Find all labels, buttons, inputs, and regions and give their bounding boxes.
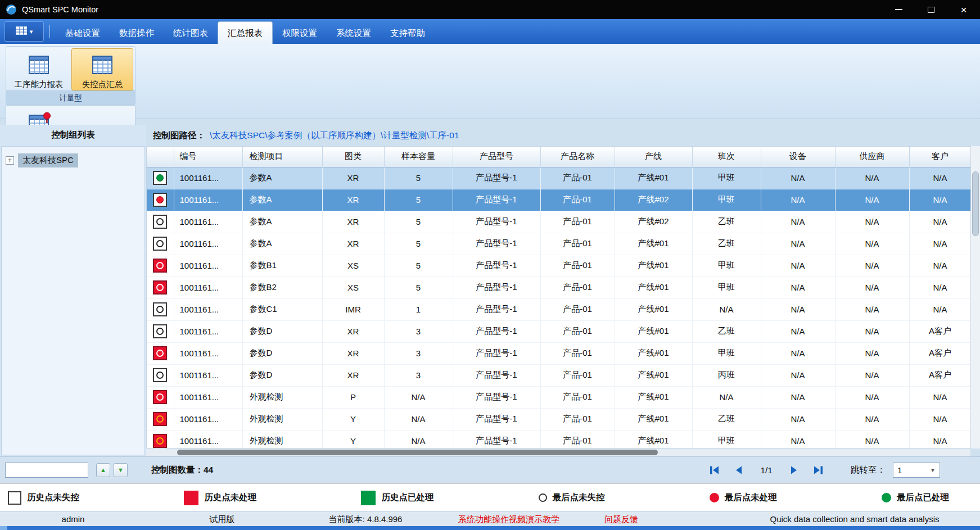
horizontal-scrollbar[interactable] <box>146 449 970 456</box>
col-header-班次[interactable]: 班次 <box>692 147 761 167</box>
cell: 产品-01 <box>540 386 615 408</box>
col-header-编号[interactable]: 编号 <box>174 147 242 167</box>
cell: N/A <box>835 408 909 430</box>
col-header-产线[interactable]: 产线 <box>615 147 692 167</box>
cell: 甲班 <box>692 277 761 298</box>
last-point-status-icon <box>156 174 164 182</box>
arrow-down-icon: ▼ <box>118 467 124 473</box>
table-row[interactable]: 1001161...参数B2XS5产品型号-1产品-01产线#01甲班N/AN/… <box>147 277 970 298</box>
history-status-icon <box>153 302 167 316</box>
tab-支持帮助[interactable]: 支持帮助 <box>381 22 435 44</box>
cell: 产品-01 <box>540 189 615 211</box>
menu-launcher-button[interactable]: ▾ <box>4 21 44 42</box>
cell: 参数A <box>242 167 322 189</box>
horizontal-scrollbar-thumb[interactable] <box>177 450 658 455</box>
table-row[interactable]: 1001161...参数B1XS5产品型号-1产品-01产线#01甲班N/AN/… <box>147 255 970 277</box>
jump-page-select[interactable]: 1 ▼ <box>893 463 940 478</box>
chevron-down-icon: ▼ <box>930 467 936 473</box>
filter-input[interactable] <box>5 463 88 478</box>
col-header-客户[interactable]: 客户 <box>909 147 970 167</box>
window-title: QSmart SPC Monitor <box>22 5 98 14</box>
move-up-button[interactable]: ▲ <box>96 463 110 477</box>
close-button[interactable]: × <box>947 0 980 19</box>
table-row[interactable]: 1001161...参数AXR5产品型号-1产品-01产线#01甲班N/AN/A… <box>147 167 970 189</box>
last-point-status-icon <box>156 196 164 203</box>
prev-page-button[interactable] <box>729 462 748 479</box>
expand-icon[interactable]: + <box>6 156 14 165</box>
cell: 产品-01 <box>540 211 615 233</box>
cell: N/A <box>835 430 909 449</box>
cell: N/A <box>761 342 835 364</box>
cell: 5 <box>384 167 453 189</box>
cell: N/A <box>761 320 835 342</box>
legend-item: 历史点未处理 <box>184 491 256 505</box>
last-point-status-icon <box>156 284 164 291</box>
chart-path-link[interactable]: \太友科技SPC\参考案例（以工序顺序构建）\计量型检测\工序-01 <box>210 130 459 142</box>
minimize-button[interactable] <box>882 0 915 19</box>
feedback-link[interactable]: 问题反馈 <box>604 514 638 525</box>
legend-label: 历史点未失控 <box>27 492 79 504</box>
bottom-strip <box>0 526 980 530</box>
table-row[interactable]: 1001161...参数DXR3产品型号-1产品-01产线#01乙班N/AN/A… <box>147 320 970 342</box>
cell: 产品型号-1 <box>453 277 540 298</box>
cell: 参数D <box>242 320 322 342</box>
ribbon-button-label: 失控点汇总 <box>82 79 123 90</box>
tab-统计图表[interactable]: 统计图表 <box>164 22 218 44</box>
cell: N/A <box>761 386 835 408</box>
col-header-产品型号[interactable]: 产品型号 <box>453 147 540 167</box>
table-row[interactable]: 1001161...外观检测YN/A产品型号-1产品-01产线#01甲班N/AN… <box>147 430 970 449</box>
cell: N/A <box>761 233 835 255</box>
last-page-button[interactable] <box>809 462 828 479</box>
table-row[interactable]: 1001161...参数C1IMR1产品型号-1产品-01产线#01N/AN/A… <box>147 298 970 320</box>
tab-系统设置[interactable]: 系统设置 <box>327 22 381 44</box>
cell: 产品-01 <box>540 277 615 298</box>
chart-path-label: 控制图路径： <box>153 130 205 142</box>
cell: 产品-01 <box>540 320 615 342</box>
col-header-产品名称[interactable]: 产品名称 <box>540 147 615 167</box>
col-header-设备[interactable]: 设备 <box>761 147 835 167</box>
cell: 产品-01 <box>540 167 615 189</box>
first-page-button[interactable] <box>705 462 724 479</box>
status-edition: 试用版 <box>210 514 235 525</box>
tree-node-root[interactable]: + 太友科技SPC <box>2 152 144 169</box>
col-header-供应商[interactable]: 供应商 <box>835 147 909 167</box>
cell: 5 <box>384 255 453 277</box>
table-row[interactable]: 1001161...外观检测PN/A产品型号-1产品-01产线#01N/AN/A… <box>147 386 970 408</box>
cell: 参数A <box>242 189 322 211</box>
circle-red-icon <box>710 493 719 502</box>
vertical-scrollbar[interactable] <box>970 146 980 449</box>
move-down-button[interactable]: ▼ <box>114 463 128 477</box>
table-row[interactable]: 1001161...参数DXR3产品型号-1产品-01产线#01丙班N/AN/A… <box>147 364 970 386</box>
table-row[interactable]: 1001161...参数AXR5产品型号-1产品-01产线#02乙班N/AN/A… <box>147 211 970 233</box>
ribbon-button-工序能力报表[interactable]: 工序能力报表 <box>8 48 70 90</box>
table-row[interactable]: 1001161...参数AXR5产品型号-1产品-01产线#01乙班N/AN/A… <box>147 233 970 255</box>
maximize-button[interactable] <box>915 0 947 19</box>
cell: N/A <box>909 233 970 255</box>
cell: 产线#01 <box>615 364 692 386</box>
col-header-图类[interactable]: 图类 <box>322 147 384 167</box>
cell: 参数A <box>242 211 322 233</box>
cell: 5 <box>384 233 453 255</box>
table-row[interactable]: 1001161...外观检测YN/A产品型号-1产品-01产线#01乙班N/AN… <box>147 408 970 430</box>
cell: 3 <box>384 342 453 364</box>
col-header-检测项目[interactable]: 检测项目 <box>242 147 322 167</box>
next-page-button[interactable] <box>784 462 803 479</box>
page-indicator: 1/1 <box>760 465 773 475</box>
cell: 1001161... <box>174 189 242 211</box>
tab-汇总报表[interactable]: 汇总报表 <box>218 21 273 44</box>
tab-基础设置[interactable]: 基础设置 <box>56 22 110 44</box>
tutorial-link[interactable]: 系统功能操作视频演示教学 <box>458 514 559 525</box>
col-header-status[interactable] <box>147 147 174 167</box>
table-row[interactable]: 1001161...参数DXR3产品型号-1产品-01产线#01甲班N/AN/A… <box>147 342 970 364</box>
cell: 乙班 <box>692 320 761 342</box>
ribbon-button-label: 工序能力报表 <box>15 79 64 90</box>
vertical-scrollbar-thumb[interactable] <box>972 171 979 236</box>
cell: 产线#01 <box>615 298 692 320</box>
table-row[interactable]: 1001161...参数AXR5产品型号-1产品-01产线#02甲班N/AN/A… <box>147 189 970 211</box>
tab-权限设置[interactable]: 权限设置 <box>273 22 327 44</box>
history-status-icon <box>153 237 167 251</box>
cell: 产品-01 <box>540 408 615 430</box>
ribbon-button-失控点汇总[interactable]: 失控点汇总 <box>71 48 133 90</box>
col-header-样本容量[interactable]: 样本容量 <box>384 147 453 167</box>
tab-数据操作[interactable]: 数据操作 <box>110 22 164 44</box>
